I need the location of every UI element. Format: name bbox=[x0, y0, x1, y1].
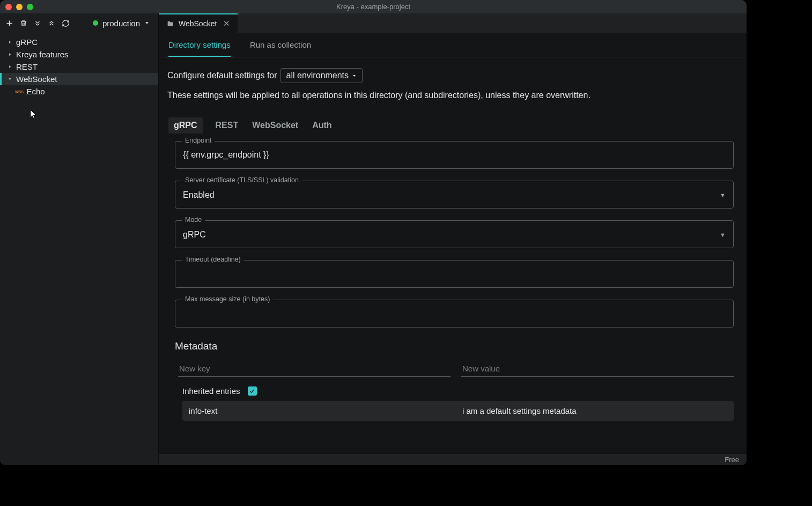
field-label: Max message size (in bytes) bbox=[182, 295, 273, 303]
chevron-down-icon bbox=[352, 73, 357, 78]
config-prefix: Configure default settings for bbox=[167, 71, 277, 80]
tree-item-label: Kreya features bbox=[16, 50, 69, 59]
tree-item-label: Echo bbox=[27, 87, 45, 96]
tree-item-kreya-features[interactable]: Kreya features bbox=[0, 48, 158, 61]
window-controls bbox=[5, 4, 33, 10]
field-value: Enabled bbox=[183, 190, 215, 200]
close-window-button[interactable] bbox=[5, 4, 12, 10]
main-panel: WebSocket ✕ Directory settings Run as co… bbox=[159, 13, 747, 465]
protocol-tabs: gRPC REST WebSocket Auth bbox=[167, 117, 737, 133]
metadata-new-value-input[interactable] bbox=[461, 361, 734, 377]
add-icon[interactable] bbox=[5, 19, 13, 27]
project-tree: gRPC Kreya features REST bbox=[0, 33, 158, 101]
config-help-text: These settings will be applied to all op… bbox=[167, 91, 737, 100]
settings-content: Configure default settings for all envir… bbox=[159, 57, 747, 453]
environment-status-dot bbox=[93, 20, 98, 26]
endpoint-field[interactable]: Endpoint {{ env.grpc_endpoint }} bbox=[175, 141, 734, 169]
document-tabstrip: WebSocket ✕ bbox=[159, 13, 747, 33]
field-value bbox=[183, 309, 726, 319]
metadata-row[interactable]: info-text i am a default settings metada… bbox=[182, 401, 734, 421]
field-value bbox=[183, 269, 726, 280]
expand-all-icon[interactable] bbox=[34, 19, 41, 27]
tls-validation-field[interactable]: Server certificate (TLS/SSL) validation … bbox=[175, 181, 734, 209]
field-label: Server certificate (TLS/SSL) validation bbox=[182, 176, 302, 184]
app-window: Kreya - example-project bbox=[0, 0, 747, 465]
chevron-down-icon bbox=[144, 20, 150, 26]
mode-field[interactable]: Mode gRPC ▼ bbox=[175, 220, 734, 248]
sidebar: production gRPC Kreya fe bbox=[0, 13, 159, 465]
chevron-right-icon bbox=[6, 52, 13, 57]
timeout-field[interactable]: Timeout (deadline) bbox=[175, 260, 734, 288]
tree-item-echo[interactable]: wss Echo bbox=[0, 85, 158, 98]
field-label: Timeout (deadline) bbox=[182, 256, 244, 263]
titlebar: Kreya - example-project bbox=[0, 0, 747, 13]
folder-icon bbox=[166, 20, 174, 27]
subtab-run-as-collection[interactable]: Run as collection bbox=[250, 40, 311, 57]
proto-tab-auth[interactable]: Auth bbox=[311, 117, 333, 133]
field-label: Endpoint bbox=[182, 137, 215, 144]
collapse-all-icon[interactable] bbox=[48, 19, 55, 27]
tree-item-grpc[interactable]: gRPC bbox=[0, 36, 158, 48]
tab-label: WebSocket bbox=[179, 19, 217, 28]
metadata-value: i am a default settings metadata bbox=[462, 406, 727, 415]
sidebar-toolbar: production bbox=[0, 13, 158, 33]
chevron-down-icon: ▼ bbox=[720, 192, 726, 198]
minimize-window-button[interactable] bbox=[16, 4, 23, 10]
chevron-down-icon: ▼ bbox=[720, 232, 726, 238]
environment-selector[interactable]: production bbox=[90, 17, 153, 29]
delete-icon[interactable] bbox=[20, 19, 27, 27]
tree-item-label: gRPC bbox=[16, 38, 38, 47]
chevron-right-icon bbox=[6, 64, 13, 69]
field-label: Mode bbox=[182, 216, 205, 224]
field-value: gRPC bbox=[183, 230, 206, 240]
tree-item-label: REST bbox=[16, 62, 38, 71]
tree-item-label: WebSocket bbox=[16, 75, 57, 84]
chevron-right-icon bbox=[6, 40, 13, 44]
detail-subtabs: Directory settings Run as collection bbox=[159, 33, 747, 57]
inherited-entries-row: Inherited entries bbox=[182, 386, 734, 396]
config-scope-line: Configure default settings for all envir… bbox=[167, 68, 737, 83]
chevron-down-icon bbox=[6, 77, 13, 81]
inherited-entries-label: Inherited entries bbox=[182, 386, 240, 396]
environment-label: production bbox=[102, 19, 140, 28]
window-title: Kreya - example-project bbox=[0, 3, 747, 11]
proto-tab-websocket[interactable]: WebSocket bbox=[251, 117, 299, 133]
status-bar: Free bbox=[159, 453, 747, 465]
grpc-settings-form: Endpoint {{ env.grpc_endpoint }} Server … bbox=[167, 141, 737, 328]
maximize-window-button[interactable] bbox=[27, 4, 33, 10]
metadata-key: info-text bbox=[189, 406, 452, 415]
max-message-size-field[interactable]: Max message size (in bytes) bbox=[175, 300, 734, 328]
tree-item-websocket[interactable]: WebSocket bbox=[0, 73, 158, 85]
env-scope-selector[interactable]: all environments bbox=[280, 68, 363, 83]
wss-badge: wss bbox=[15, 89, 24, 94]
env-scope-label: all environments bbox=[286, 71, 349, 80]
metadata-new-row bbox=[178, 361, 734, 377]
metadata-heading: Metadata bbox=[175, 340, 737, 352]
proto-tab-rest[interactable]: REST bbox=[215, 117, 240, 133]
plan-badge[interactable]: Free bbox=[725, 456, 739, 464]
tab-websocket[interactable]: WebSocket ✕ bbox=[159, 13, 238, 33]
subtab-directory-settings[interactable]: Directory settings bbox=[168, 40, 231, 57]
close-tab-icon[interactable]: ✕ bbox=[223, 19, 230, 28]
tree-item-rest[interactable]: REST bbox=[0, 61, 158, 73]
refresh-icon[interactable] bbox=[62, 19, 70, 27]
proto-tab-grpc[interactable]: gRPC bbox=[168, 117, 203, 133]
inherited-entries-checkbox[interactable] bbox=[248, 386, 257, 396]
metadata-new-key-input[interactable] bbox=[178, 361, 451, 377]
field-value: {{ env.grpc_endpoint }} bbox=[183, 150, 726, 161]
